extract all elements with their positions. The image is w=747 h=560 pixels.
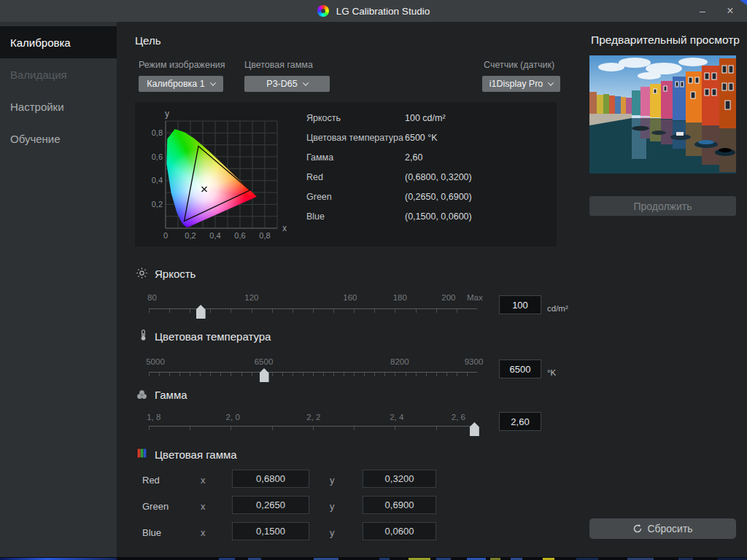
- x-coord-label: x: [201, 475, 206, 486]
- image-mode-label: Режим изображения: [139, 60, 225, 70]
- brightness-slider: 80 120 160 180 200 Max: [149, 293, 477, 315]
- app-logo-colorwheel-icon: [317, 5, 329, 17]
- y-coord-label: y: [330, 501, 335, 512]
- gamma-trefoil-icon: [136, 389, 148, 401]
- sensor-value: i1Display Pro: [489, 79, 543, 89]
- target-heading: Цель: [135, 34, 161, 47]
- gamma-track[interactable]: [149, 426, 477, 432]
- gamut-section-title: Цветовая гамма: [155, 448, 237, 461]
- brightness-handle[interactable]: [196, 305, 206, 319]
- gamma-value-input[interactable]: [499, 412, 541, 431]
- target-summary-panel: y x 0,8 0,6 0,4 0,2 0 0,2 0,4 0,6 0,8: [135, 102, 557, 246]
- temperature-slider: 5000 6500 8200 9300: [149, 357, 477, 379]
- gamma-section-title: Гамма: [155, 389, 187, 401]
- reset-button[interactable]: Сбросить: [589, 518, 736, 539]
- image-mode-value: Калибровка 1: [147, 79, 204, 89]
- sensor-label: Счетчик (датчик): [484, 60, 554, 70]
- preview-heading: Предварительный просмотр: [591, 34, 740, 47]
- gamma-handle[interactable]: [470, 422, 479, 436]
- red-x-input[interactable]: [232, 470, 309, 488]
- image-mode-dropdown[interactable]: Калибровка 1: [139, 76, 223, 92]
- blue-y-input[interactable]: [363, 522, 436, 540]
- chevron-down-icon: [209, 79, 215, 85]
- brightness-section-title: Яркость: [155, 268, 196, 280]
- cie-gamut-overlay: [135, 102, 295, 246]
- color-gamut-value: P3-D65: [266, 79, 297, 89]
- blue-x-input[interactable]: [232, 522, 309, 540]
- sidebar-item-validation[interactable]: Валидация: [0, 58, 117, 90]
- temperature-thermometer-icon: [137, 329, 150, 341]
- gamma-slider: 1, 8 2, 0 2, 2 2, 4 2, 6: [149, 413, 477, 435]
- x-coord-label: x: [201, 527, 206, 538]
- temperature-handle[interactable]: [260, 368, 269, 382]
- titlebar: LG Calibration Studio – ×: [0, 0, 747, 22]
- red-y-input[interactable]: [363, 470, 436, 488]
- close-button[interactable]: ×: [718, 0, 743, 22]
- rgb-stripes-icon: [136, 448, 147, 459]
- info-row: Blue(0,1500, 0,0600): [306, 211, 551, 226]
- chevron-down-icon: [548, 79, 554, 85]
- sidebar: Калибровка Валидация Настройки Обучение: [0, 22, 117, 557]
- preview-scene: [589, 55, 736, 174]
- sidebar-item-training[interactable]: Обучение: [0, 122, 117, 155]
- sidebar-item-calibration[interactable]: Калибровка: [0, 26, 117, 58]
- brightness-track[interactable]: [149, 308, 477, 314]
- app-window: LG Calibration Studio – × Калибровка Вал…: [0, 0, 747, 557]
- temperature-track[interactable]: [149, 372, 477, 378]
- desktop-strip: [0, 557, 747, 560]
- info-row: Гамма2,60: [306, 152, 551, 167]
- reset-refresh-icon: [632, 524, 643, 534]
- main-content: Цель Режим изображения Калибровка 1 Цвет…: [117, 22, 747, 557]
- gamut-row-blue-label: Blue: [142, 527, 161, 538]
- temperature-section-title: Цветовая температура: [155, 330, 271, 343]
- screen: LG Calibration Studio – × Калибровка Вал…: [0, 0, 747, 560]
- window-title: LG Calibration Studio: [336, 6, 430, 17]
- sensor-dropdown[interactable]: i1Display Pro: [482, 76, 560, 92]
- temperature-unit: °K: [547, 368, 556, 377]
- green-x-input[interactable]: [232, 496, 309, 514]
- info-row: Red(0,6800, 0,3200): [306, 172, 551, 187]
- minimize-button[interactable]: –: [690, 0, 715, 22]
- brightness-value-input[interactable]: [499, 295, 541, 314]
- gamut-row-red-label: Red: [142, 475, 160, 486]
- temperature-value-input[interactable]: [499, 359, 541, 378]
- info-row: Яркость100 cd/m²: [306, 113, 551, 128]
- continue-button-label: Продолжить: [633, 201, 692, 212]
- y-coord-label: y: [330, 527, 335, 538]
- y-coord-label: y: [330, 475, 335, 486]
- reset-button-label: Сбросить: [647, 523, 692, 534]
- brightness-sun-icon: [136, 267, 148, 279]
- gamut-triangle: [185, 147, 250, 222]
- white-point-marker: [202, 187, 207, 192]
- gamut-row-green-label: Green: [142, 501, 169, 512]
- color-gamut-label: Цветовая гамма: [244, 60, 313, 70]
- green-y-input[interactable]: [363, 496, 436, 514]
- preview-image: [589, 55, 736, 174]
- continue-button[interactable]: Продолжить: [589, 196, 736, 216]
- info-row: Цветовая температура6500 °K: [306, 133, 551, 147]
- sidebar-item-settings[interactable]: Настройки: [0, 90, 117, 122]
- info-row: Green(0,2650, 0,6900): [306, 192, 551, 206]
- color-gamut-dropdown[interactable]: P3-D65: [244, 76, 330, 92]
- chevron-down-icon: [302, 79, 308, 85]
- x-coord-label: x: [201, 501, 206, 512]
- brightness-unit: cd/m²: [547, 304, 568, 313]
